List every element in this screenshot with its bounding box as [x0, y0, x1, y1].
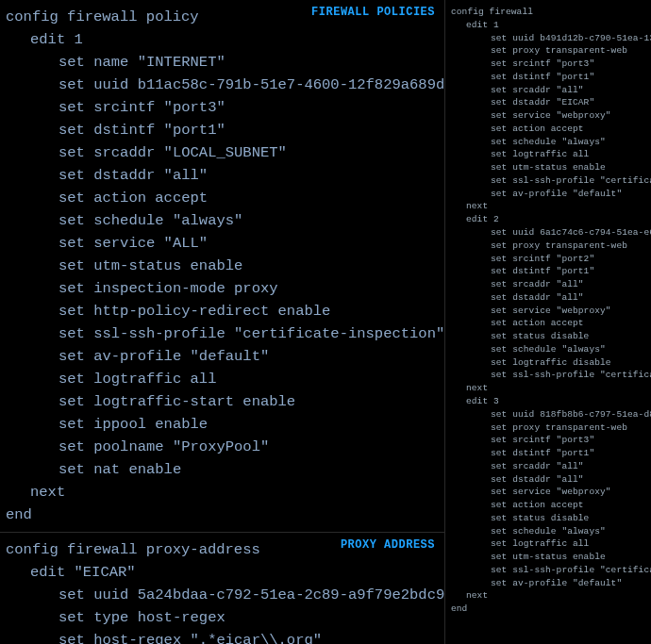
code-line: set nat enable — [4, 458, 437, 481]
code-line: set ssl-ssh-profile "certificate-inspect… — [449, 369, 643, 382]
code-line: set dstaddr "all" — [4, 164, 437, 187]
proxy-address-panel: PROXY ADDRESS config firewall proxy-addr… — [0, 533, 444, 644]
right-panel: config firewalledit 1set uuid b491d12b-c… — [445, 0, 651, 644]
code-line: edit 1 — [4, 28, 437, 51]
code-line: set proxy transparent-web — [449, 421, 643, 435]
firewall-config-code: config firewalledit 1set uuid b491d12b-c… — [449, 6, 643, 616]
code-line: set utm-status enable — [449, 161, 643, 174]
code-line: set action accept — [449, 123, 643, 136]
proxy-address-badge: PROXY ADDRESS — [341, 538, 435, 552]
code-line: set srcaddr "LOCAL_SUBNET" — [4, 141, 437, 164]
code-line: set logtraffic all — [449, 148, 643, 161]
code-line: set schedule "always" — [4, 209, 437, 232]
code-line: set dstaddr "all" — [449, 473, 643, 487]
code-line: set action accept — [449, 317, 643, 330]
code-line: set uuid 5a24bdaa-c792-51ea-2c89-a9f79e2… — [4, 584, 437, 606]
code-line: set utm-status enable — [449, 551, 643, 564]
code-line: set action accept — [449, 499, 643, 512]
code-line: set dstintf "port1" — [449, 447, 643, 460]
firewall-policies-panel: FIREWALL POLICIES config firewall policy… — [0, 0, 444, 533]
code-line: set dstaddr "all" — [449, 291, 643, 305]
code-line: next — [4, 481, 437, 504]
firewall-policies-code: config firewall policyedit 1set name "IN… — [4, 6, 437, 526]
code-line: set dstintf "port1" — [449, 71, 643, 84]
code-line: set service "webproxy" — [449, 486, 643, 499]
code-line: set av-profile "default" — [449, 188, 643, 201]
code-line: set schedule "always" — [449, 525, 643, 538]
code-line: set status disable — [449, 512, 643, 525]
code-line: set name "INTERNET" — [4, 51, 437, 74]
code-line: set service "webproxy" — [449, 305, 643, 318]
root-container: FIREWALL POLICIES config firewall policy… — [0, 0, 651, 644]
code-line: config firewall — [449, 6, 643, 19]
code-line: set srcintf "port3" — [449, 434, 643, 447]
code-line: set uuid 6a1c74c6-c794-51ea-e646-4f70ae2… — [449, 226, 643, 239]
code-line: set dstaddr "EICAR" — [449, 96, 643, 109]
code-line: set uuid 818fb8b6-c797-51ea-d848-a7c2952… — [449, 408, 643, 421]
code-line: set proxy transparent-web — [449, 44, 643, 58]
code-line: set utm-status enable — [4, 255, 437, 277]
code-line: set logtraffic-start enable — [4, 390, 437, 413]
code-line: set srcintf "port2" — [449, 253, 643, 266]
code-line: set logtraffic all — [4, 368, 437, 390]
code-line: set dstintf "port1" — [4, 119, 437, 141]
code-line: next — [449, 382, 643, 395]
code-line: set uuid b11ac58c-791b-51e7-4600-12f829a… — [4, 74, 437, 96]
code-line: edit 2 — [449, 213, 643, 226]
code-line: set av-profile "default" — [4, 345, 437, 368]
code-line: set srcaddr "all" — [449, 460, 643, 473]
code-line: edit "EICAR" — [4, 561, 437, 584]
code-line: edit 1 — [449, 19, 643, 32]
code-line: end — [449, 603, 643, 616]
code-line: set host-regex ".*eicar\\.org" — [4, 629, 437, 644]
code-line: edit 3 — [449, 395, 643, 408]
code-line: set http-policy-redirect enable — [4, 300, 437, 322]
code-line: set ssl-ssh-profile "certificate-inspect… — [4, 322, 437, 345]
code-line: set schedule "always" — [449, 343, 643, 356]
code-line: set ssl-ssh-profile "certificate-inspect… — [449, 564, 643, 577]
code-line: set poolname "ProxyPool" — [4, 436, 437, 458]
code-line: set schedule "always" — [449, 136, 643, 149]
code-line: set status disable — [449, 330, 643, 343]
code-line: set type host-regex — [4, 606, 437, 629]
code-line: next — [449, 589, 643, 603]
code-line: set ssl-ssh-profile "certificate-inspect… — [449, 174, 643, 188]
code-line: set dstintf "port1" — [449, 265, 643, 278]
code-line: set srcaddr "all" — [449, 278, 643, 291]
code-line: set inspection-mode proxy — [4, 277, 437, 300]
code-line: set srcintf "port3" — [449, 58, 643, 71]
code-line: set uuid b491d12b-c790-51ea-13f9-4ad94b5… — [449, 32, 643, 45]
code-line: next — [449, 200, 643, 213]
code-line: set action accept — [4, 187, 437, 209]
proxy-address-code: config firewall proxy-addressedit "EICAR… — [4, 538, 437, 644]
left-column: FIREWALL POLICIES config firewall policy… — [0, 0, 445, 644]
code-line: set srcaddr "all" — [449, 84, 643, 97]
code-line: set service "ALL" — [4, 232, 437, 255]
firewall-policies-badge: FIREWALL POLICIES — [311, 6, 435, 19]
code-line: set logtraffic all — [449, 537, 643, 551]
code-line: set service "webproxy" — [449, 109, 643, 123]
code-line: set av-profile "default" — [449, 577, 643, 590]
code-line: set logtraffic disable — [449, 356, 643, 370]
code-line: end — [4, 504, 437, 526]
code-line: set srcintf "port3" — [4, 96, 437, 119]
code-line: set proxy transparent-web — [449, 239, 643, 253]
code-line: set ippool enable — [4, 413, 437, 436]
